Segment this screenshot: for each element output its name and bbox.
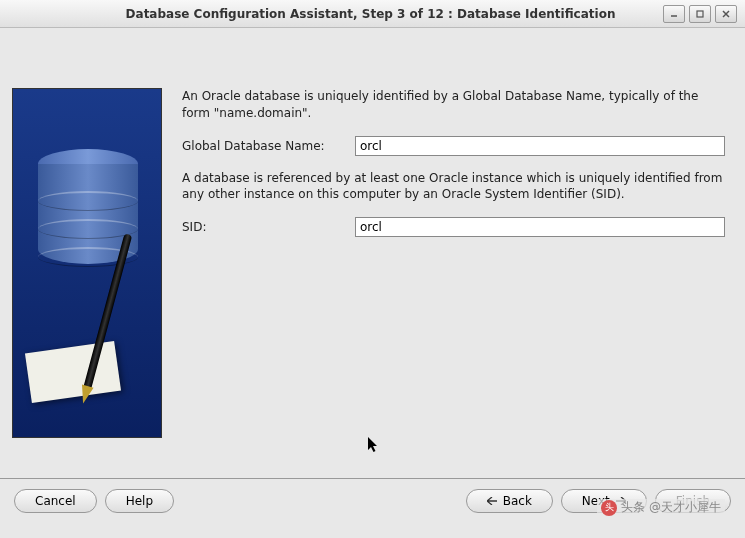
watermark-text: 头条 @天才小犀牛 [621, 499, 721, 516]
description-text-2: A database is referenced by at least one… [182, 170, 725, 204]
wizard-sidebar-image [12, 88, 162, 438]
paper-tag-graphic [25, 341, 121, 403]
global-db-name-input[interactable] [355, 136, 725, 156]
sid-label: SID: [182, 220, 347, 234]
back-arrow-icon [487, 497, 497, 505]
help-button[interactable]: Help [105, 489, 174, 513]
back-button[interactable]: Back [466, 489, 553, 513]
window-controls [663, 5, 737, 23]
wizard-main-panel: An Oracle database is uniquely identifie… [182, 38, 733, 478]
svg-rect-1 [697, 11, 703, 17]
global-db-name-label: Global Database Name: [182, 139, 347, 153]
watermark-icon: 头 [601, 500, 617, 516]
back-button-label: Back [503, 494, 532, 508]
description-text-1: An Oracle database is uniquely identifie… [182, 88, 725, 122]
minimize-button[interactable] [663, 5, 685, 23]
watermark: 头 头条 @天才小犀牛 [597, 499, 725, 516]
cancel-button[interactable]: Cancel [14, 489, 97, 513]
window-title: Database Configuration Assistant, Step 3… [8, 7, 663, 21]
close-button[interactable] [715, 5, 737, 23]
window-titlebar: Database Configuration Assistant, Step 3… [0, 0, 745, 28]
maximize-button[interactable] [689, 5, 711, 23]
sid-input[interactable] [355, 217, 725, 237]
